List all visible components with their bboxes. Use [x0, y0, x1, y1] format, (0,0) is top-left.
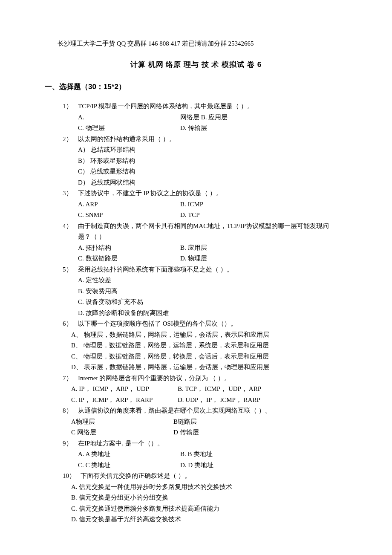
option: B. 信元交换是分组更小的分组交换: [71, 492, 334, 503]
option: C. SNMP: [78, 210, 180, 221]
option: D） 总线或网状结构: [78, 177, 334, 188]
question-number: 10）: [63, 471, 81, 482]
question: 3） 下述协议中，不建立于 IP 协议之上的协议是（ ）。 A. ARP B. …: [63, 188, 334, 221]
option: A. IP， ICMP， ARP， UDP: [71, 384, 178, 395]
option: A） 总结或环形结构: [78, 145, 334, 156]
question: 2） 以太网的拓扑结构通常采用（ ）。 A） 总结或环形结构 B） 环形或星形结…: [63, 134, 334, 188]
question-text: TCP/IP 模型是一个四层的网络体系结构，其中最底层是（ ）。: [78, 101, 334, 112]
option: A物理层: [71, 416, 173, 428]
option: C. 信元交换通过使用频分多路复用技术提高通信能力: [71, 503, 334, 515]
option: D. TCP: [180, 210, 334, 221]
question-text: 以下哪一个选项按顺序包括了 OSI模型的各个层次（）。: [78, 318, 334, 330]
option: B. ICMP: [180, 199, 334, 210]
section-heading: 一、选择题（30：15*2）: [45, 81, 334, 93]
question-text: 下述协议中，不建立于 IP 协议之上的协议是（ ）。: [78, 188, 334, 199]
question-text: 由于制造商的失误，两个网卡具有相同的MAC地址，TCP/IP协议模型的哪一层可能…: [78, 221, 334, 243]
question-text: 下面有关信元交换的正确叙述是（ ）。: [81, 471, 334, 482]
question-text: 在IP地址方案中, 是一个（）。: [78, 438, 334, 449]
exam-title: 计算 机网 络原 理与 技 术 模拟试 卷 6: [58, 59, 334, 71]
option: D. 信元交换是基于光纤的高速交换技术: [71, 514, 334, 525]
option: B. 安装费用高: [78, 286, 334, 297]
option: D. D 类地址: [180, 460, 334, 471]
question-text: Internet 的网络层含有四个重要的协议，分别为 （ ）。: [78, 373, 334, 384]
question-number: 8）: [63, 405, 78, 416]
option: B. TCP， ICMP， UDP， ARP: [178, 384, 334, 395]
option: D、 表示层，数据链路层，网络层，运输层，会话层，物理层和应用层: [71, 362, 334, 373]
question-text: 采用总线拓扑的网络系统有下面那些项不足之处（ ）。: [78, 264, 334, 275]
option: C. 数据链路层: [78, 253, 180, 264]
page-header: 长沙理工大学二手货 QQ 交易群 146 808 417 若已满请加分群 253…: [58, 38, 334, 49]
question-number: 7）: [63, 373, 78, 384]
question: 1） TCP/IP 模型是一个四层的网络体系结构，其中最底层是（ ）。 A. 网…: [63, 101, 334, 134]
option: B链路层: [173, 416, 334, 428]
option: A. 定性较差: [78, 275, 334, 286]
option: C. 设备变动和扩充不易: [78, 297, 334, 308]
option: C. 物理层: [78, 123, 180, 134]
question-number: 2）: [63, 134, 78, 145]
option: A. 信元交换是一种使用异步时分多路复用技术的交换技术: [71, 482, 334, 493]
option: B. 应用层: [180, 243, 334, 254]
option: B. B 类地址: [180, 449, 334, 460]
question: 7） Internet 的网络层含有四个重要的协议，分别为 （ ）。 A. IP…: [63, 373, 334, 406]
option: 网络层 B. 应用层: [180, 112, 334, 123]
option: A. ARP: [78, 199, 180, 210]
option: A. A 类地址: [78, 449, 180, 460]
option: B） 环形或星形结构: [78, 156, 334, 167]
question: 9） 在IP地址方案中, 是一个（）。 A. A 类地址 B. B 类地址 C.…: [63, 438, 334, 471]
question: 8） 从通信协议的角度来看，路由器是在哪个层次上实现网络互联（ ）。 A物理层 …: [63, 405, 334, 438]
option: A. 拓扑结构: [78, 243, 180, 254]
question: 4） 由于制造商的失误，两个网卡具有相同的MAC地址，TCP/IP协议模型的哪一…: [63, 221, 334, 264]
questions-block: 1） TCP/IP 模型是一个四层的网络体系结构，其中最底层是（ ）。 A. 网…: [58, 101, 334, 525]
option: C、 物理层，数据链路层，网络层，转换层，会话后，表示层和应用层: [71, 351, 334, 362]
option: D. 传输层: [180, 123, 334, 134]
question: 5） 采用总线拓扑的网络系统有下面那些项不足之处（ ）。 A. 定性较差 B. …: [63, 264, 334, 319]
exam-page: 长沙理工大学二手货 QQ 交易群 146 808 417 若已满请加分群 253…: [0, 0, 392, 555]
option: C 网络层: [71, 427, 173, 438]
question: 10） 下面有关信元交换的正确叙述是（ ）。 A. 信元交换是一种使用异步时分多…: [63, 471, 334, 525]
option: D 传输层: [173, 427, 334, 438]
question-number: 4）: [63, 221, 78, 243]
question-number: 3）: [63, 188, 78, 199]
option: A.: [78, 112, 180, 123]
question-number: 5）: [63, 264, 78, 275]
question: 6） 以下哪一个选项按顺序包括了 OSI模型的各个层次（）。 A、 物理层，数据…: [63, 318, 334, 373]
option: B、 物理层，数据链路层，网络层，运输层，系统层，表示层和应用层: [71, 340, 334, 351]
option: C. C 类地址: [78, 460, 180, 471]
question-text: 以太网的拓扑结构通常采用（ ）。: [78, 134, 334, 145]
option: C） 总线或星形结构: [78, 166, 334, 177]
option: C. IP， ICMP， ARP， RARP: [71, 395, 178, 406]
option: A、 物理层，数据链路层，网络层，运输层，会话层，表示层和应用层: [71, 330, 334, 341]
option: D. UDP， IP， ICMP， RARP: [178, 395, 334, 406]
option: D. 物理层: [180, 253, 334, 264]
question-number: 9）: [63, 438, 78, 449]
question-number: 1）: [63, 101, 78, 112]
question-text: 从通信协议的角度来看，路由器是在哪个层次上实现网络互联（ ）。: [78, 405, 334, 416]
option: D. 故障的诊断和设备的隔离困难: [78, 308, 334, 319]
question-number: 6）: [63, 318, 78, 330]
